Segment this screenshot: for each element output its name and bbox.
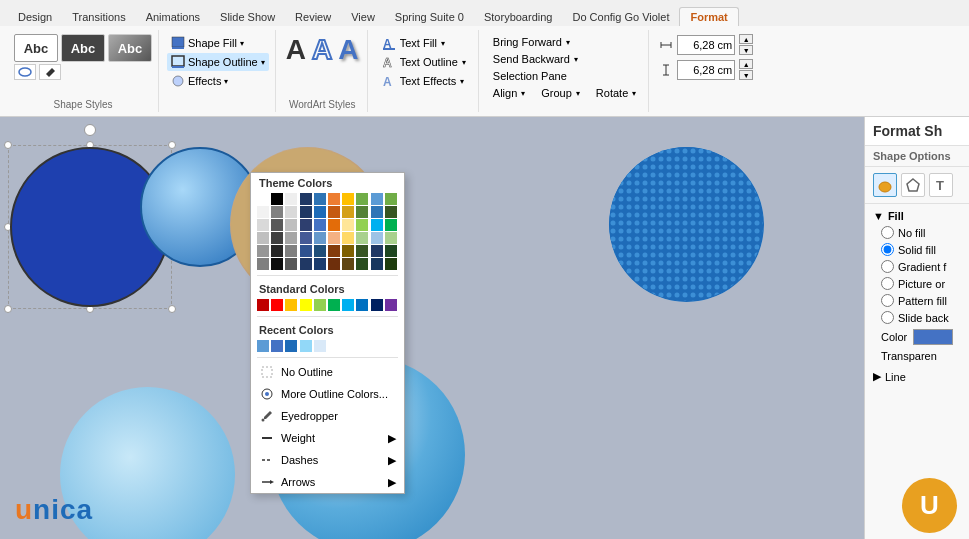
theme-color-cell[interactable] [314, 232, 326, 244]
theme-color-cell[interactable] [285, 193, 297, 205]
group-btn[interactable]: Group ▾ [537, 85, 584, 101]
tab-slideshow[interactable]: Slide Show [210, 8, 285, 26]
theme-color-cell[interactable] [356, 219, 368, 231]
picture-fill-radio[interactable] [881, 277, 894, 290]
theme-color-cell[interactable] [314, 219, 326, 231]
theme-color-cell[interactable] [285, 219, 297, 231]
standard-color-cell[interactable] [328, 299, 340, 311]
theme-color-cell[interactable] [328, 258, 340, 270]
no-fill-radio[interactable] [881, 226, 894, 239]
shape-outline-btn[interactable]: Shape Outline ▾ [167, 53, 269, 71]
theme-color-cell[interactable] [356, 232, 368, 244]
handle-br[interactable] [168, 305, 176, 313]
theme-color-cell[interactable] [371, 206, 383, 218]
no-outline-btn[interactable]: No Outline [251, 361, 404, 383]
theme-color-cell[interactable] [271, 219, 283, 231]
style-box-2[interactable]: Abc [61, 34, 105, 62]
style-box-1[interactable]: Abc [14, 34, 58, 62]
line-section-header[interactable]: ▶ Line [865, 368, 969, 385]
width-up-btn[interactable]: ▲ [739, 34, 753, 44]
eyedropper-btn[interactable]: Eyedropper [251, 405, 404, 427]
theme-color-cell[interactable] [285, 245, 297, 257]
shape-edit-btn[interactable] [39, 64, 61, 80]
solid-fill-radio[interactable] [881, 243, 894, 256]
gradient-fill-radio[interactable] [881, 260, 894, 273]
theme-color-cell[interactable] [285, 206, 297, 218]
recent-color-cell[interactable] [285, 340, 297, 352]
standard-color-cell[interactable] [356, 299, 368, 311]
tab-format[interactable]: Format [679, 7, 738, 26]
theme-color-cell[interactable] [300, 206, 312, 218]
recent-color-cell[interactable] [314, 340, 326, 352]
fill-header[interactable]: ▼ Fill [873, 208, 961, 224]
theme-color-cell[interactable] [271, 193, 283, 205]
rotate-handle[interactable] [84, 124, 96, 136]
text-effects-btn[interactable]: A Text Effects ▾ [378, 72, 470, 90]
recent-color-cell[interactable] [257, 340, 269, 352]
standard-color-cell[interactable] [285, 299, 297, 311]
theme-color-cell[interactable] [356, 206, 368, 218]
theme-color-cell[interactable] [328, 245, 340, 257]
arrows-btn[interactable]: Arrows ▶ [251, 471, 404, 493]
theme-color-cell[interactable] [300, 219, 312, 231]
tab-review[interactable]: Review [285, 8, 341, 26]
handle-bl[interactable] [4, 305, 12, 313]
tab-storyboard[interactable]: Storyboarding [474, 8, 563, 26]
theme-color-cell[interactable] [342, 245, 354, 257]
tab-spring[interactable]: Spring Suite 0 [385, 8, 474, 26]
theme-color-cell[interactable] [342, 193, 354, 205]
text-fill-btn[interactable]: A Text Fill ▾ [378, 34, 470, 52]
theme-color-cell[interactable] [371, 193, 383, 205]
tab-animations[interactable]: Animations [136, 8, 210, 26]
pattern-fill-radio[interactable] [881, 294, 894, 307]
theme-color-cell[interactable] [257, 219, 269, 231]
standard-color-cell[interactable] [385, 299, 397, 311]
theme-color-cell[interactable] [328, 232, 340, 244]
theme-color-cell[interactable] [314, 245, 326, 257]
theme-color-cell[interactable] [371, 232, 383, 244]
panel-icon-text[interactable]: T [929, 173, 953, 197]
handle-tr[interactable] [168, 141, 176, 149]
shape-fill-btn[interactable]: Shape Fill ▾ [167, 34, 269, 52]
text-outline-btn[interactable]: A Text Outline ▾ [378, 53, 470, 71]
theme-color-cell[interactable] [314, 206, 326, 218]
theme-color-cell[interactable] [342, 219, 354, 231]
solid-fill-row[interactable]: Solid fill [873, 241, 961, 258]
theme-color-cell[interactable] [300, 258, 312, 270]
theme-color-cell[interactable] [342, 258, 354, 270]
panel-icon-pentagon[interactable] [901, 173, 925, 197]
theme-color-cell[interactable] [257, 206, 269, 218]
selection-pane-btn[interactable]: Selection Pane [489, 68, 640, 84]
theme-color-cell[interactable] [385, 258, 397, 270]
theme-color-cell[interactable] [385, 193, 397, 205]
tab-view[interactable]: View [341, 8, 385, 26]
bring-forward-btn[interactable]: Bring Forward ▾ [489, 34, 640, 50]
gradient-fill-row[interactable]: Gradient f [873, 258, 961, 275]
theme-color-cell[interactable] [328, 206, 340, 218]
theme-color-cell[interactable] [285, 258, 297, 270]
theme-color-cell[interactable] [285, 232, 297, 244]
theme-color-cell[interactable] [314, 193, 326, 205]
tab-transitions[interactable]: Transitions [62, 8, 135, 26]
theme-color-cell[interactable] [271, 258, 283, 270]
slide-back-radio[interactable] [881, 311, 894, 324]
theme-color-cell[interactable] [271, 206, 283, 218]
theme-color-cell[interactable] [328, 219, 340, 231]
theme-color-cell[interactable] [385, 245, 397, 257]
tab-design[interactable]: Design [8, 8, 62, 26]
theme-color-cell[interactable] [356, 258, 368, 270]
theme-color-cell[interactable] [385, 219, 397, 231]
rotate-btn[interactable]: Rotate ▾ [592, 85, 640, 101]
theme-color-cell[interactable] [300, 232, 312, 244]
recent-color-cell[interactable] [328, 340, 340, 352]
more-colors-btn[interactable]: More Outline Colors... [251, 383, 404, 405]
slide-canvas[interactable]: unica Theme Colors Standard Colors Recen… [0, 117, 864, 539]
insert-shape-btn[interactable] [14, 64, 36, 80]
weight-btn[interactable]: Weight ▶ [251, 427, 404, 449]
recent-color-cell[interactable] [300, 340, 312, 352]
slide-back-row[interactable]: Slide back [873, 309, 961, 326]
shape-effects-btn[interactable]: Effects ▾ [167, 72, 269, 90]
theme-color-cell[interactable] [342, 232, 354, 244]
standard-color-cell[interactable] [371, 299, 383, 311]
theme-color-cell[interactable] [314, 258, 326, 270]
